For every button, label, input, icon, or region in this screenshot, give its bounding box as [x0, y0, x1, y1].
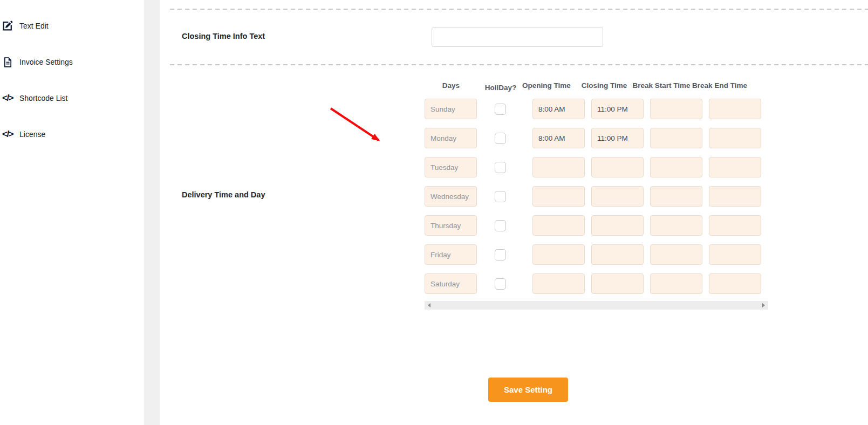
- delivery-time-day-label: Delivery Time and Day: [182, 190, 265, 199]
- closing-time-info-label: Closing Time Info Text: [182, 32, 265, 40]
- holiday-checkbox[interactable]: [495, 133, 506, 144]
- break-end-time-field[interactable]: [709, 157, 761, 177]
- break-start-time-field[interactable]: [650, 128, 702, 148]
- schedule-row: Friday: [425, 244, 761, 265]
- break-end-time-field[interactable]: [709, 128, 761, 148]
- day-field-value: Sunday: [430, 105, 455, 113]
- opening-time-field[interactable]: 8:00 AM: [532, 128, 585, 148]
- day-field-value: Saturday: [430, 280, 460, 288]
- col-header-break-start: Break Start Time: [632, 81, 690, 90]
- holiday-checkbox[interactable]: [495, 278, 506, 290]
- day-field[interactable]: Sunday: [425, 99, 477, 119]
- break-start-time-field[interactable]: [650, 157, 702, 177]
- break-end-time-field[interactable]: [709, 186, 761, 207]
- sidebar-item-license[interactable]: </> License: [1, 128, 45, 141]
- closing-time-field[interactable]: [591, 186, 644, 207]
- day-field-value: Tuesday: [430, 163, 458, 172]
- closing-time-field[interactable]: [591, 215, 644, 236]
- break-end-time-field[interactable]: [709, 99, 761, 119]
- col-header-break-end: Break End Time: [692, 81, 747, 90]
- sidebar-item-label: Shortcode List: [19, 94, 68, 102]
- day-field-value: Monday: [430, 134, 456, 142]
- schedule-rows: Sunday 8:00 AM 11:00 PM Monday 8:00 AM: [425, 99, 761, 303]
- red-arrow-annotation: [324, 104, 391, 149]
- closing-time-field[interactable]: [591, 157, 644, 177]
- scroll-left-arrow-icon[interactable]: [428, 303, 430, 307]
- holiday-checkbox[interactable]: [495, 191, 506, 202]
- opening-time-field[interactable]: [532, 244, 585, 265]
- schedule-row: Monday 8:00 AM 11:00 PM: [425, 128, 761, 148]
- sidebar-item-label: Text Edit: [19, 22, 49, 30]
- break-start-time-field[interactable]: [650, 215, 702, 236]
- sidebar-item-shortcode-list[interactable]: </> Shortcode List: [1, 92, 68, 105]
- break-start-time-field[interactable]: [650, 99, 702, 119]
- holiday-checkbox[interactable]: [495, 220, 506, 231]
- closing-time-field[interactable]: 11:00 PM: [591, 128, 644, 148]
- day-field[interactable]: Wednesday: [425, 186, 477, 207]
- opening-time-field[interactable]: 8:00 AM: [532, 99, 585, 119]
- opening-time-field[interactable]: [532, 273, 585, 294]
- scroll-right-arrow-icon[interactable]: [762, 303, 765, 307]
- sidebar-gutter: [144, 0, 160, 425]
- col-header-holiday: HoliDay?: [485, 84, 517, 92]
- day-field-value: Wednesday: [430, 193, 469, 201]
- break-start-time-field[interactable]: [650, 273, 702, 294]
- sidebar-item-text-edit[interactable]: Text Edit: [1, 19, 49, 32]
- code-icon: </>: [1, 128, 14, 141]
- table-horizontal-scrollbar[interactable]: [425, 301, 768, 310]
- day-field[interactable]: Monday: [425, 128, 477, 148]
- dashed-divider-top: [170, 9, 868, 10]
- code-icon: </>: [1, 92, 14, 105]
- sidebar-item-invoice-settings[interactable]: Invoice Settings: [1, 56, 73, 68]
- closing-time-value: 11:00 PM: [597, 134, 628, 142]
- closing-time-field[interactable]: 11:00 PM: [591, 99, 644, 119]
- opening-time-field[interactable]: [532, 157, 585, 177]
- edit-icon: [1, 19, 14, 32]
- closing-time-value: 11:00 PM: [597, 105, 628, 113]
- dashed-divider-middle: [170, 64, 868, 65]
- day-field[interactable]: Saturday: [425, 273, 477, 294]
- opening-time-value: 8:00 AM: [538, 105, 565, 113]
- schedule-row: Saturday: [425, 273, 761, 294]
- opening-time-field[interactable]: [532, 215, 585, 236]
- sidebar-item-label: License: [19, 130, 45, 139]
- day-field-value: Friday: [430, 251, 451, 259]
- closing-time-field[interactable]: [591, 273, 644, 294]
- break-end-time-field[interactable]: [709, 215, 761, 236]
- holiday-checkbox[interactable]: [495, 104, 506, 115]
- col-header-opening: Opening Time: [522, 81, 571, 90]
- day-field[interactable]: Thursday: [425, 215, 477, 236]
- plugin-settings-page: Text Edit Invoice Settings </> Shortcode…: [0, 0, 868, 425]
- day-field-value: Thursday: [430, 222, 461, 230]
- break-end-time-field[interactable]: [709, 244, 761, 265]
- col-header-closing: Closing Time: [582, 81, 627, 90]
- day-field[interactable]: Tuesday: [425, 157, 477, 177]
- opening-time-field[interactable]: [532, 186, 585, 207]
- holiday-checkbox[interactable]: [495, 162, 506, 173]
- schedule-row: Wednesday: [425, 186, 761, 207]
- schedule-row: Thursday: [425, 215, 761, 236]
- opening-time-value: 8:00 AM: [538, 134, 565, 142]
- schedule-row: Tuesday: [425, 157, 761, 177]
- save-setting-button[interactable]: Save Setting: [488, 378, 568, 402]
- schedule-row: Sunday 8:00 AM 11:00 PM: [425, 99, 761, 119]
- day-field[interactable]: Friday: [425, 244, 477, 265]
- closing-time-info-input[interactable]: [432, 27, 603, 47]
- closing-time-field[interactable]: [591, 244, 644, 265]
- break-start-time-field[interactable]: [650, 244, 702, 265]
- sidebar-item-label: Invoice Settings: [19, 58, 73, 66]
- holiday-checkbox[interactable]: [495, 249, 506, 261]
- invoice-icon: [1, 56, 14, 68]
- break-end-time-field[interactable]: [709, 273, 761, 294]
- break-start-time-field[interactable]: [650, 186, 702, 207]
- sidebar: Text Edit Invoice Settings </> Shortcode…: [0, 0, 144, 425]
- col-header-days: Days: [442, 81, 460, 90]
